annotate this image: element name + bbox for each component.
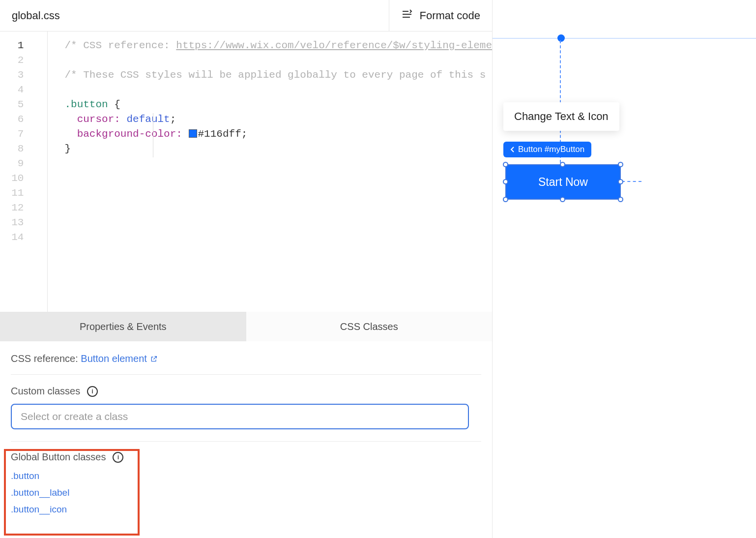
preview-button[interactable]: Start Now xyxy=(505,164,621,200)
format-icon xyxy=(401,8,413,23)
code-link[interactable]: https://www.wix.com/velo/reference/$w/st… xyxy=(176,40,492,51)
selection-handle[interactable] xyxy=(618,197,623,202)
selection-handle[interactable] xyxy=(618,162,623,167)
code-editor[interactable]: 1234567891011121314 /* CSS reference: ht… xyxy=(0,31,492,312)
change-text-icon-tooltip[interactable]: Change Text & Icon xyxy=(503,102,619,131)
tab-css-classes[interactable]: CSS Classes xyxy=(246,312,493,341)
ruler-handle[interactable] xyxy=(557,34,565,42)
code-selector: .button xyxy=(64,99,108,110)
global-classes-row: Global Button classes i xyxy=(11,442,481,468)
line-number: 5 xyxy=(0,97,47,112)
chevron-left-icon xyxy=(510,147,515,152)
code-comment: /* These CSS styles will be applied glob… xyxy=(64,69,486,81)
selection-handle[interactable] xyxy=(560,197,565,202)
global-classes-list: .button.button__label.button__icon xyxy=(11,468,481,518)
css-reference-label: CSS reference: xyxy=(11,353,78,364)
code-comment: /* CSS reference: xyxy=(64,40,176,51)
tab-properties-events[interactable]: Properties & Events xyxy=(0,312,246,341)
info-icon[interactable]: i xyxy=(113,452,123,463)
indent-guide xyxy=(153,113,153,157)
selection-handle[interactable] xyxy=(503,179,508,184)
color-swatch[interactable] xyxy=(189,129,197,138)
line-number: 14 xyxy=(0,230,47,245)
custom-classes-row: Custom classes i xyxy=(11,375,481,404)
global-class-item[interactable]: .button__label xyxy=(11,484,481,501)
line-number: 2 xyxy=(0,53,47,68)
line-number: 12 xyxy=(0,201,47,215)
custom-class-input[interactable] xyxy=(11,404,469,429)
filename-label: global.css xyxy=(0,9,60,22)
element-breadcrumb[interactable]: Button #myButton xyxy=(503,142,591,157)
code-content[interactable]: /* CSS reference: https://www.wix.com/ve… xyxy=(48,31,492,312)
line-number: 4 xyxy=(0,83,47,97)
global-class-item[interactable]: .button xyxy=(11,468,481,484)
code-property: cursor: xyxy=(77,114,120,125)
bottom-panel: Properties & Events CSS Classes CSS refe… xyxy=(0,312,492,538)
format-code-button[interactable]: Format code xyxy=(389,0,493,31)
line-number: 3 xyxy=(0,68,47,83)
custom-classes-label: Custom classes xyxy=(11,386,80,397)
global-class-item[interactable]: .button__icon xyxy=(11,501,481,518)
info-icon[interactable]: i xyxy=(87,386,98,397)
panel-body: CSS reference: Button element Custom cla… xyxy=(0,341,492,538)
selection-handle[interactable] xyxy=(560,162,565,167)
button-element-link[interactable]: Button element xyxy=(81,353,158,364)
css-reference-row: CSS reference: Button element xyxy=(11,349,481,375)
line-number: 11 xyxy=(0,186,47,201)
line-gutter: 1234567891011121314 xyxy=(0,31,48,312)
line-number: 13 xyxy=(0,215,47,230)
code-editor-pane: global.css Format code 12345678910111213… xyxy=(0,0,493,538)
code-value: #116dff xyxy=(198,128,241,140)
global-classes-label: Global Button classes xyxy=(11,451,106,463)
guide-line-horizontal xyxy=(622,181,641,182)
line-number: 10 xyxy=(0,171,47,186)
selection-handle[interactable] xyxy=(503,197,508,202)
line-number: 7 xyxy=(0,127,47,142)
panel-tabs: Properties & Events CSS Classes xyxy=(0,312,492,341)
selection-handle[interactable] xyxy=(503,162,508,167)
line-number: 9 xyxy=(0,156,47,171)
line-number: 6 xyxy=(0,112,47,127)
external-link-icon xyxy=(150,355,158,363)
line-number: 1 xyxy=(0,38,47,53)
line-number: 8 xyxy=(0,142,47,156)
editor-toolbar: global.css Format code xyxy=(0,0,492,31)
format-code-label: Format code xyxy=(420,9,481,22)
selection-handle[interactable] xyxy=(618,179,623,184)
code-property: background-color: xyxy=(77,128,182,140)
ruler[interactable] xyxy=(493,36,756,40)
code-value: default xyxy=(126,114,170,125)
